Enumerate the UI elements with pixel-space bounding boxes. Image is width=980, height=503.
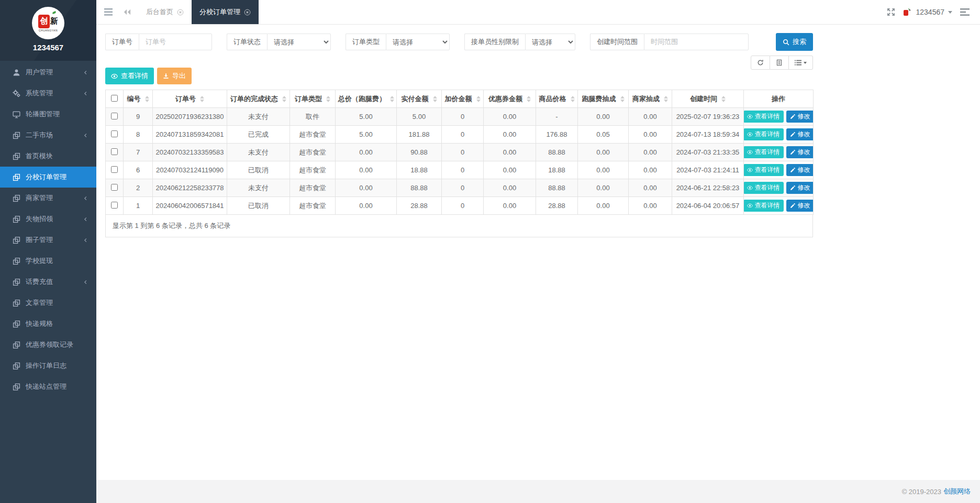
export-button[interactable]: 导出 bbox=[157, 68, 192, 84]
sidebar-item[interactable]: 首页模块 bbox=[0, 146, 96, 167]
fullscreen-icon[interactable] bbox=[887, 8, 895, 16]
row-view-details-button[interactable]: 查看详情 bbox=[744, 128, 784, 140]
chevron-left-icon bbox=[83, 91, 88, 96]
column-header[interactable]: 跑腿费抽成 bbox=[578, 90, 629, 108]
refresh-button[interactable] bbox=[751, 56, 770, 70]
sidebar-item[interactable]: 优惠券领取记录 bbox=[0, 334, 96, 355]
sidebar-item-label: 用户管理 bbox=[26, 68, 53, 77]
column-header[interactable]: 总价（跑腿费） bbox=[336, 90, 397, 108]
row-view-details-button[interactable]: 查看详情 bbox=[744, 200, 784, 212]
sidebar-item[interactable]: 学校提现 bbox=[0, 250, 96, 271]
sort-icon bbox=[200, 96, 204, 102]
row-checkbox[interactable] bbox=[111, 113, 118, 119]
table-cell: 0.00 bbox=[484, 161, 536, 179]
user-menu[interactable]: 1234567 bbox=[903, 8, 952, 17]
row-actions-cell: 查看详情修改 bbox=[744, 108, 814, 126]
column-header[interactable]: 加价金额 bbox=[442, 90, 484, 108]
sidebar-item[interactable]: 用户管理 bbox=[0, 62, 96, 83]
row-edit-button[interactable]: 修改 bbox=[786, 111, 814, 123]
column-header[interactable]: 优惠券金额 bbox=[484, 90, 536, 108]
row-edit-button[interactable]: 修改 bbox=[786, 128, 814, 140]
tab-close-icon[interactable] bbox=[244, 9, 251, 16]
logo-panel: 创 新 CHUANGYAN 1234567 bbox=[0, 0, 96, 61]
row-actions-cell: 查看详情修改 bbox=[744, 197, 814, 215]
tab-active[interactable]: 分校订单管理 bbox=[192, 0, 259, 24]
gears-icon bbox=[13, 90, 20, 97]
column-header[interactable]: 订单的完成状态 bbox=[227, 90, 290, 108]
sidebar-item[interactable]: 分校订单管理 bbox=[0, 167, 96, 188]
sort-icon bbox=[721, 96, 726, 102]
row-view-details-button[interactable]: 查看详情 bbox=[744, 164, 784, 176]
column-header[interactable]: 订单类型 bbox=[290, 90, 336, 108]
column-header[interactable]: 商家抽成 bbox=[629, 90, 672, 108]
search-button[interactable]: 搜索 bbox=[776, 33, 813, 51]
table-cell: 0 bbox=[442, 161, 484, 179]
tab-close-icon[interactable] bbox=[177, 9, 184, 16]
table-cell: 1 bbox=[124, 197, 153, 215]
row-edit-button[interactable]: 修改 bbox=[786, 200, 814, 212]
sort-icon bbox=[282, 96, 286, 102]
gender-limit-label: 接单员性别限制 bbox=[464, 34, 525, 50]
row-checkbox[interactable] bbox=[111, 202, 118, 209]
column-header[interactable]: 实付金额 bbox=[397, 90, 442, 108]
menu-lines-icon[interactable] bbox=[960, 8, 970, 16]
column-header[interactable]: 编号 bbox=[124, 90, 153, 108]
sidebar-item[interactable]: 轮播图管理 bbox=[0, 104, 96, 125]
topbar: 后台首页分校订单管理 1234567 bbox=[96, 0, 980, 25]
sidebar-item[interactable]: 失物招领 bbox=[0, 209, 96, 229]
sidebar-item-label: 文章管理 bbox=[26, 298, 53, 308]
row-actions-cell: 查看详情修改 bbox=[744, 126, 814, 144]
row-edit-button[interactable]: 修改 bbox=[786, 146, 814, 158]
column-header[interactable]: 商品价格 bbox=[536, 90, 578, 108]
sidebar-item[interactable]: 快递站点管理 bbox=[0, 376, 96, 397]
select-all-checkbox[interactable] bbox=[111, 95, 118, 102]
row-checkbox[interactable] bbox=[111, 184, 118, 191]
order-no-input[interactable] bbox=[139, 34, 212, 50]
sidebar-item[interactable]: 圈子管理 bbox=[0, 229, 96, 250]
table-cell: 0.00 bbox=[629, 197, 672, 215]
row-edit-button[interactable]: 修改 bbox=[786, 164, 814, 176]
column-header[interactable]: 创建时间 bbox=[672, 90, 744, 108]
table-row: 2202406212258233778未支付超市食堂0.0088.8800.00… bbox=[106, 179, 814, 197]
sidebar-item[interactable]: 二手市场 bbox=[0, 125, 96, 146]
sidebar-item[interactable]: 操作订单日志 bbox=[0, 355, 96, 376]
order-type-select[interactable]: 请选择 bbox=[386, 34, 450, 50]
tab-inactive[interactable]: 后台首页 bbox=[138, 0, 192, 24]
row-actions-cell: 查看详情修改 bbox=[744, 161, 814, 179]
columns-button[interactable] bbox=[770, 56, 789, 70]
sort-icon bbox=[390, 96, 394, 102]
avatar[interactable]: 创 新 CHUANGYAN bbox=[32, 7, 64, 39]
time-range-input[interactable] bbox=[644, 34, 749, 50]
order-status-select[interactable]: 请选择 bbox=[267, 34, 331, 50]
column-header-label: 商家抽成 bbox=[632, 95, 660, 103]
row-checkbox[interactable] bbox=[111, 148, 118, 155]
view-details-button[interactable]: 查看详情 bbox=[105, 68, 154, 84]
gender-limit-select[interactable]: 请选择 bbox=[525, 34, 575, 50]
row-actions-cell: 查看详情修改 bbox=[744, 144, 814, 161]
brand-link[interactable]: 创颜网络 bbox=[943, 487, 971, 496]
sidebar-item[interactable]: 商家管理 bbox=[0, 188, 96, 209]
hamburger-icon[interactable] bbox=[104, 8, 113, 16]
row-view-details-button[interactable]: 查看详情 bbox=[744, 146, 784, 158]
row-view-details-label: 查看详情 bbox=[755, 148, 780, 157]
tabs-back-icon[interactable] bbox=[124, 9, 131, 15]
table-cell: 已完成 bbox=[227, 126, 290, 144]
page-size-button[interactable] bbox=[789, 56, 813, 70]
row-checkbox[interactable] bbox=[111, 130, 118, 137]
row-checkbox[interactable] bbox=[111, 166, 118, 173]
sidebar-item[interactable]: 快递规格 bbox=[0, 313, 96, 334]
sidebar: 创 新 CHUANGYAN 1234567 用户管理系统管理轮播图管理二手市场首… bbox=[0, 0, 96, 503]
sidebar-item[interactable]: 话费充值 bbox=[0, 271, 96, 292]
clone-icon bbox=[13, 152, 20, 160]
table-cell: 未支付 bbox=[227, 108, 290, 126]
table-cell: 0.00 bbox=[484, 126, 536, 144]
row-view-details-button[interactable]: 查看详情 bbox=[744, 182, 784, 194]
sidebar-item[interactable]: 系统管理 bbox=[0, 83, 96, 104]
sidebar-item-label: 首页模块 bbox=[26, 151, 53, 161]
row-view-details-button[interactable]: 查看详情 bbox=[744, 111, 784, 123]
column-header[interactable]: 订单号 bbox=[153, 90, 227, 108]
table-cell: 0.00 bbox=[578, 197, 629, 215]
sidebar-item[interactable]: 文章管理 bbox=[0, 292, 96, 313]
row-edit-button[interactable]: 修改 bbox=[786, 182, 814, 194]
table-cell: 0.00 bbox=[336, 144, 397, 161]
